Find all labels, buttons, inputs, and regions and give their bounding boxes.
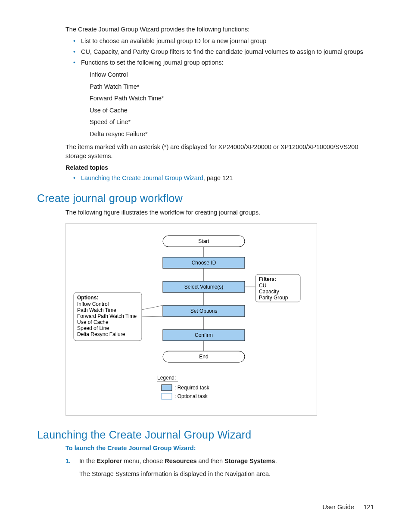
svg-rect-16 (162, 393, 172, 399)
legend-optional: : Optional task (174, 393, 208, 399)
related-link[interactable]: Launching the Create Journal Group Wizar… (81, 174, 203, 181)
launch-heading: Launching the Create Journal Group Wizar… (37, 429, 374, 441)
node-confirm: Confirm (195, 332, 213, 338)
node-set-options: Set Options (190, 308, 218, 314)
steps-list: 1. In the Explorer menu, choose Resource… (65, 457, 374, 479)
list-item: CU, Capacity, and Parity Group filters t… (73, 47, 374, 56)
page: The Create Journal Group Wizard provides… (0, 0, 411, 532)
related-topics-heading: Related topics (65, 164, 374, 171)
step1-pre: In the (79, 457, 97, 464)
option-item: Inflow Control (90, 69, 374, 81)
list-item: Launching the Create Journal Group Wizar… (73, 174, 374, 183)
node-start: Start (198, 238, 209, 244)
legend-title: Legend: (157, 375, 176, 381)
launch-sub-heading: To launch the Create Journal Group Wizar… (65, 445, 374, 451)
options-sublist: Inflow Control Path Watch Time* Forward … (90, 69, 374, 140)
related-topics-list: Launching the Create Journal Group Wizar… (73, 174, 374, 183)
options-item: Path Watch Time (77, 307, 116, 313)
related-link-suffix: , page 121 (203, 174, 233, 181)
option-item: Path Watch Time* (90, 81, 374, 93)
functions-list: List to choose an available journal grou… (73, 37, 374, 67)
list-item: List to choose an available journal grou… (73, 37, 374, 46)
footer-text: User Guide (322, 504, 354, 510)
option-item: Delta resync Failure* (90, 128, 374, 140)
options-item: Forward Path Watch Time (77, 313, 137, 319)
step-item: 1. In the Explorer menu, choose Resource… (65, 457, 374, 479)
node-choose-id: Choose ID (192, 260, 216, 266)
step1-b2: Resources (165, 457, 196, 464)
options-item: Speed of Line (77, 325, 109, 331)
option-item: Use of Cache (90, 105, 374, 117)
options-title: Options: (77, 295, 98, 301)
svg-rect-15 (162, 385, 172, 391)
asterisk-note: The items marked with an asterisk (*) ar… (65, 143, 374, 161)
step1-end: . (275, 457, 277, 464)
filters-item: CU (259, 283, 266, 289)
legend-required: : Required task (174, 385, 210, 391)
workflow-intro: The following figure illustrates the wor… (65, 208, 374, 217)
options-item: Use of Cache (77, 319, 109, 325)
options-item: Inflow Control (77, 301, 109, 307)
node-end: End (199, 354, 208, 360)
footer-page-number: 121 (364, 504, 374, 510)
step1-sub: The Storage Systems information is displ… (79, 470, 374, 479)
step1-b3: Storage Systems (224, 457, 275, 464)
filters-item: Capacity (259, 289, 279, 295)
workflow-diagram: Start Choose ID Select Volume(s) Set Opt… (65, 223, 317, 416)
list-item: Functions to set the following journal g… (73, 58, 374, 67)
step1-mid2: and then (196, 457, 224, 464)
workflow-heading: Create journal group workflow (37, 192, 374, 205)
intro-paragraph: The Create Journal Group Wizard provides… (65, 25, 374, 34)
filters-title: Filters: (259, 276, 276, 282)
node-select-volumes: Select Volume(s) (184, 284, 224, 290)
filters-item: Parity Group (259, 295, 288, 301)
step-number: 1. (65, 457, 71, 466)
step1-mid1: menu, choose (122, 457, 165, 464)
options-item: Delta Resync Failure (77, 331, 125, 337)
option-item: Forward Path Watch Time* (90, 93, 374, 105)
option-item: Speed of Line* (90, 116, 374, 128)
step1-b1: Explorer (97, 457, 122, 464)
page-footer: User Guide 121 (322, 504, 374, 510)
